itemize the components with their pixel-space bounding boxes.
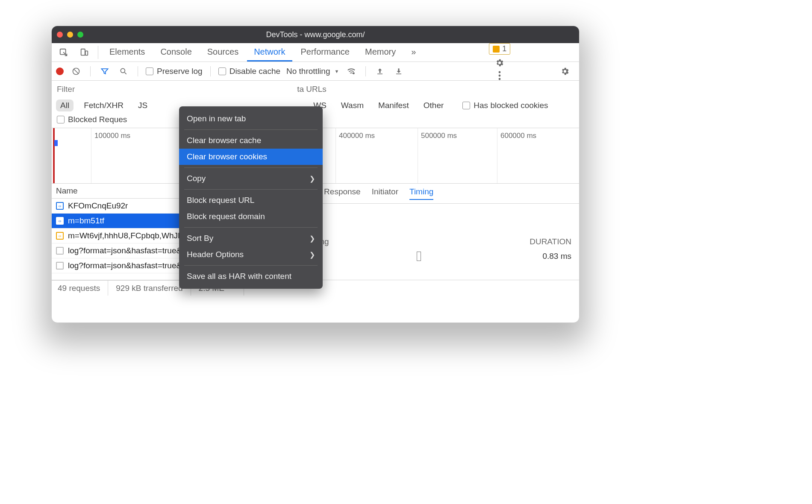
context-menu-item[interactable]: Block request URL [179, 192, 323, 208]
chevron-right-icon: ❯ [309, 175, 315, 183]
tab-memory[interactable]: Memory [358, 43, 403, 62]
has-blocked-cookies-checkbox[interactable]: Has blocked cookies [462, 101, 548, 110]
subtab-initiator[interactable]: Initiator [372, 187, 398, 200]
context-menu-item-label: Header Options [187, 250, 244, 259]
tab-console[interactable]: Console [153, 43, 198, 62]
devtools-window: DevTools - www.google.com/ Elements Cons… [51, 26, 580, 323]
checkbox-icon [218, 67, 226, 75]
tab-elements[interactable]: Elements [103, 43, 152, 62]
request-name: m=bm51tf [68, 216, 104, 226]
svg-point-8 [353, 72, 355, 74]
context-menu-item[interactable]: Sort By❯ [179, 230, 323, 246]
warning-count: 1 [502, 44, 506, 53]
settings-gear-icon[interactable] [490, 58, 509, 67]
disable-cache-label: Disable cache [229, 67, 280, 76]
context-menu-item-label: Clear browser cache [187, 136, 261, 145]
file-icon: ‹› [56, 217, 64, 225]
preserve-log-label: Preserve log [157, 67, 203, 76]
record-button[interactable] [56, 67, 64, 75]
network-conditions-icon[interactable] [345, 67, 358, 76]
has-blocked-cookies-label: Has blocked cookies [474, 101, 548, 110]
context-menu-item[interactable]: Header Options❯ [179, 246, 323, 263]
clear-icon[interactable] [70, 67, 82, 76]
svg-point-3 [499, 71, 501, 73]
svg-rect-10 [396, 73, 401, 74]
queueing-value: 0.83 ms [542, 252, 571, 261]
kebab-menu-icon[interactable] [490, 71, 509, 80]
file-icon [56, 262, 64, 270]
context-menu-separator [184, 265, 318, 266]
subtab-response[interactable]: Response [324, 187, 361, 200]
type-all[interactable]: All [56, 100, 74, 111]
data-urls-hint: ta URLs [297, 85, 327, 94]
request-name: m=Wt6vjf,hhhU8,FCpbqb,WhJNk [68, 231, 188, 240]
context-menu-item[interactable]: Clear browser cookies [179, 149, 323, 165]
window-title: DevTools - www.google.com/ [52, 30, 579, 39]
tab-performance[interactable]: Performance [294, 43, 357, 62]
filter-row: Filter ta URLs [52, 81, 579, 98]
request-name: KFOmCnqEu92r [68, 201, 128, 211]
file-icon: ‹› [56, 232, 64, 240]
context-menu-item[interactable]: Clear browser cache [179, 132, 323, 149]
context-menu-item-label: Block request URL [187, 196, 254, 205]
context-menu-item-label: Copy [187, 174, 206, 183]
context-menu-item[interactable]: Open in new tab [179, 111, 323, 127]
context-menu-item[interactable]: Save all as HAR with content [179, 268, 323, 284]
ruler-tick: 600000 ms [500, 132, 536, 140]
context-menu-separator [184, 129, 318, 130]
queueing-bar [417, 252, 421, 261]
ruler-marker-domcontent [54, 140, 58, 146]
titlebar: DevTools - www.google.com/ [52, 26, 579, 43]
tab-network[interactable]: Network [247, 43, 292, 62]
tabs-overflow[interactable]: » [404, 43, 423, 62]
ruler-tick: 500000 ms [421, 132, 457, 140]
checkbox-icon [146, 67, 153, 75]
warning-icon [493, 46, 500, 53]
filter-input[interactable]: Filter [57, 85, 75, 94]
type-manifest[interactable]: Manifest [374, 100, 413, 111]
svg-point-5 [499, 78, 501, 80]
duration-header: DURATION [530, 237, 571, 246]
tab-sources[interactable]: Sources [200, 43, 245, 62]
type-fetch-xhr[interactable]: Fetch/XHR [79, 100, 128, 111]
ruler-tick: 400000 ms [339, 132, 375, 140]
type-other[interactable]: Other [419, 100, 448, 111]
warnings-badge[interactable]: 1 [489, 43, 510, 55]
svg-rect-9 [377, 73, 382, 74]
device-toggle-icon[interactable] [75, 43, 94, 62]
network-settings-gear-icon[interactable] [559, 67, 571, 76]
ruler-tick: 100000 ms [94, 132, 130, 140]
context-menu[interactable]: Open in new tabClear browser cacheClear … [179, 106, 323, 289]
context-menu-separator [184, 167, 318, 168]
context-menu-separator [184, 189, 318, 190]
context-menu-item-label: Open in new tab [187, 114, 246, 123]
download-har-icon[interactable] [392, 67, 405, 75]
throttling-select[interactable]: No throttling ▼ [286, 67, 339, 76]
subtab-timing[interactable]: Timing [409, 187, 433, 200]
inspect-icon[interactable] [54, 43, 73, 62]
context-menu-item[interactable]: Copy❯ [179, 170, 323, 187]
type-wasm[interactable]: Wasm [337, 100, 368, 111]
context-menu-item-label: Clear browser cookies [187, 152, 267, 161]
checkbox-icon [462, 102, 470, 109]
disable-cache-checkbox[interactable]: Disable cache [218, 67, 280, 76]
upload-har-icon[interactable] [374, 67, 386, 75]
chevron-right-icon: ❯ [309, 251, 315, 259]
blocked-requests-checkbox[interactable]: Blocked Reques [57, 115, 127, 124]
file-icon [56, 247, 64, 255]
file-icon: ‹› [56, 202, 64, 210]
main-tabs: Elements Console Sources Network Perform… [52, 43, 579, 62]
context-menu-item-label: Block request domain [187, 212, 265, 221]
context-menu-item[interactable]: Block request domain [179, 208, 323, 225]
svg-rect-2 [85, 51, 88, 55]
chevron-down-icon: ▼ [334, 69, 339, 74]
search-icon[interactable] [117, 67, 130, 76]
context-menu-item-label: Sort By [187, 234, 213, 243]
type-js-truncated[interactable]: JS [134, 100, 152, 111]
status-transferred: 929 kB transferred [116, 284, 182, 293]
svg-rect-1 [81, 49, 85, 55]
preserve-log-checkbox[interactable]: Preserve log [146, 67, 203, 76]
filter-icon[interactable] [98, 67, 111, 76]
blocked-requests-label: Blocked Reques [68, 115, 127, 124]
checkbox-icon [57, 116, 65, 123]
